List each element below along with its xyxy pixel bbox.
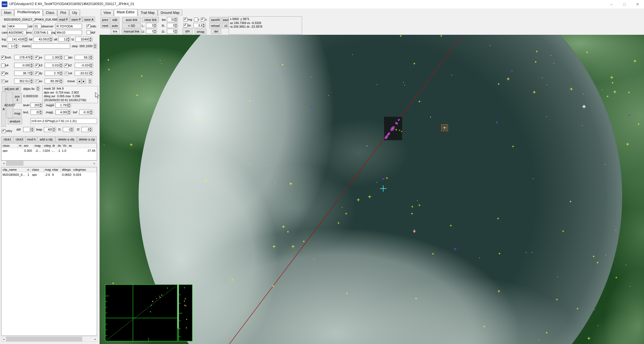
- lat-spinner[interactable]: [49, 37, 53, 42]
- scroll-right-icon[interactable]: ▸: [93, 337, 98, 341]
- dy-checkbox[interactable]: [35, 72, 39, 75]
- memo-field[interactable]: [31, 44, 70, 49]
- tz-spinner[interactable]: [89, 37, 92, 42]
- delete-a-cip-button[interactable]: delete a cip: [77, 136, 97, 142]
- next-button[interactable]: next: [101, 23, 110, 28]
- lng-field[interactable]: 141.4165: [7, 37, 26, 42]
- lin-checkbox[interactable]: [184, 23, 188, 27]
- magl-spinner[interactable]: [67, 110, 71, 115]
- prev-button[interactable]: prev: [101, 17, 110, 22]
- mag-button[interactable]: mag: [13, 109, 22, 118]
- scroll-left-icon[interactable]: ◂: [1, 161, 6, 166]
- fovh-spinner[interactable]: [30, 55, 34, 60]
- atc-field[interactable]: 58.3: [75, 55, 91, 60]
- cap-field[interactable]: Win10: [55, 30, 82, 35]
- tab-profile-analyze[interactable]: Profile/Analyze: [14, 9, 43, 16]
- intlc-checkbox[interactable]: [87, 24, 91, 28]
- a-button[interactable]: A: [1, 92, 6, 127]
- fovh-field[interactable]: 178.476: [14, 55, 32, 60]
- k2-spinner[interactable]: [89, 63, 93, 68]
- step-spinner[interactable]: [93, 44, 97, 49]
- k4-spinner[interactable]: [30, 63, 34, 68]
- lid-field[interactable]: HK4: [7, 24, 28, 29]
- bbf-checkbox[interactable]: [87, 31, 91, 34]
- edit-button[interactable]: edit: [110, 17, 119, 22]
- scrollbar-thumb[interactable]: [6, 161, 23, 166]
- ev-field[interactable]: 89.397: [45, 79, 61, 84]
- analyze-button[interactable]: analyze: [8, 118, 22, 124]
- mg-checkbox[interactable]: [184, 18, 188, 21]
- tab-main[interactable]: Main: [1, 10, 14, 16]
- tab-view[interactable]: View: [101, 10, 114, 16]
- column-header[interactable]: ddega: [61, 167, 72, 172]
- k4-checkbox[interactable]: [1, 64, 5, 68]
- scrollbar-thumb[interactable]: [6, 337, 82, 341]
- tab-trail-map[interactable]: Trail Map: [138, 10, 158, 16]
- column-header[interactable]: rstar: [51, 167, 61, 172]
- tz-field[interactable]: 32400: [75, 37, 91, 42]
- saven-button[interactable]: saveN: [209, 17, 221, 22]
- add-a-obj-button[interactable]: add a obj: [37, 136, 55, 142]
- tab-class[interactable]: Class: [43, 10, 57, 16]
- clear-link-button[interactable]: clear link: [142, 17, 159, 22]
- yx-checkbox[interactable]: [35, 56, 39, 60]
- ddl-spinner[interactable]: [31, 127, 34, 132]
- alt-spinner[interactable]: [67, 37, 70, 42]
- lens-field[interactable]: C057HA-1: [33, 30, 52, 35]
- column-header[interactable]: av: [68, 143, 97, 148]
- table-row[interactable]: spo0.300-2....0.024-...-1-1.027.46: [1, 148, 97, 153]
- scroll-right-icon[interactable]: ▸: [92, 161, 97, 166]
- u-minus-spinner[interactable]: [153, 29, 157, 34]
- rot-checkbox[interactable]: [64, 72, 68, 75]
- ddpix-spinner[interactable]: [36, 86, 40, 91]
- column-header[interactable]: sec: [23, 143, 33, 148]
- smag-button[interactable]: smag: [195, 29, 206, 34]
- all-sky-image-view[interactable]: [100, 35, 644, 344]
- rot-spinner[interactable]: [89, 71, 93, 76]
- column-header[interactable]: m: [18, 143, 23, 148]
- k3-field[interactable]: 0.016: [45, 63, 61, 68]
- maximize-icon[interactable]: □: [618, 0, 631, 8]
- r-minus-spinner[interactable]: [174, 23, 178, 28]
- threshold-spinner[interactable]: [202, 23, 206, 28]
- column-header[interactable]: cdegmax: [72, 167, 97, 172]
- tab-plot[interactable]: Plot: [57, 10, 69, 16]
- link-button[interactable]: link: [111, 29, 119, 34]
- az-field[interactable]: 352.517: [14, 79, 32, 84]
- bvf-spinner[interactable]: [89, 110, 93, 115]
- k4-field[interactable]: -0.000: [14, 63, 32, 68]
- retry-checkbox[interactable]: [2, 129, 6, 133]
- lng-spinner[interactable]: [24, 37, 28, 42]
- column-header[interactable]: class: [31, 167, 44, 172]
- dy-spinner[interactable]: [59, 71, 63, 76]
- ev-checkbox[interactable]: [35, 79, 39, 83]
- move-right-icon[interactable]: ▸: [81, 79, 86, 84]
- az-checkbox[interactable]: [1, 79, 5, 83]
- mod-h-button[interactable]: mod h: [25, 136, 37, 142]
- move-left-icon[interactable]: ◂: [77, 79, 81, 84]
- magh-field[interactable]: 1.791: [55, 103, 69, 108]
- dx-spinner[interactable]: [30, 71, 34, 76]
- delete-a-obj-button[interactable]: delete a obj: [55, 136, 77, 142]
- dx-checkbox[interactable]: [1, 72, 5, 75]
- scroll-left-icon[interactable]: ◂: [1, 337, 6, 341]
- yx-spinner[interactable]: [59, 55, 63, 60]
- reload-button[interactable]: reload: [209, 23, 221, 28]
- atc-spinner[interactable]: [89, 55, 93, 60]
- adj-pos-all-button[interactable]: adj pos all: [2, 86, 21, 91]
- k3-checkbox[interactable]: [35, 64, 39, 68]
- yx-field[interactable]: 1.000: [45, 55, 61, 60]
- f2-spinner[interactable]: [89, 127, 92, 132]
- k2-checkbox[interactable]: [64, 64, 68, 68]
- k3-spinner[interactable]: [59, 63, 63, 68]
- column-header[interactable]: dr: [51, 143, 57, 148]
- tab-uty[interactable]: Uty: [69, 10, 80, 16]
- lim-spinner[interactable]: [174, 17, 178, 22]
- column-header[interactable]: mag: [44, 167, 51, 172]
- pos-button[interactable]: pos 3: [13, 93, 22, 103]
- leap-spinner[interactable]: [52, 127, 56, 132]
- column-header[interactable]: dv: [57, 143, 62, 148]
- close-icon[interactable]: ✕: [631, 0, 644, 8]
- s-checkbox[interactable]: [201, 18, 205, 21]
- rot-field[interactable]: -33.517: [75, 71, 91, 76]
